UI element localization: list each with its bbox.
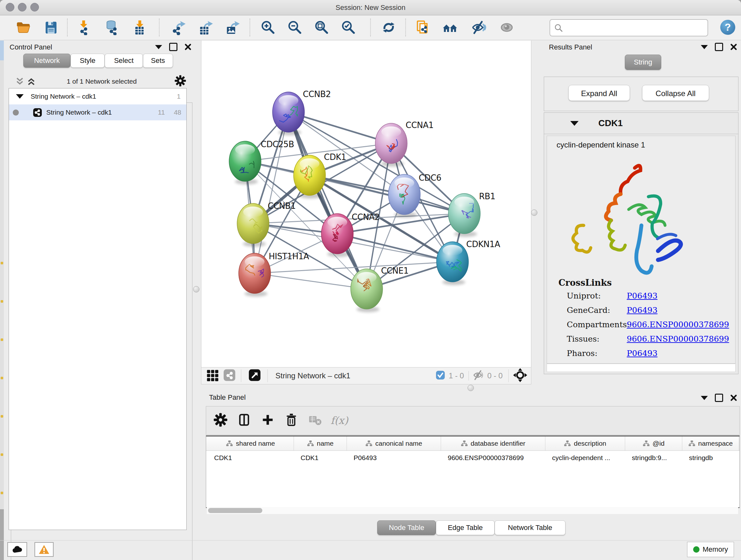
fit-selected-crosshair-icon[interactable] [513,368,527,383]
duplicate-network-icon[interactable] [415,20,430,35]
panel-menu-icon[interactable] [155,45,162,49]
zoom-fit-icon[interactable] [314,20,329,35]
crosslink-link[interactable]: 9606.ENSP00000378699 [627,320,729,329]
memory-button[interactable]: Memory [687,542,734,557]
network-node[interactable]: RB1 [448,192,495,237]
tab-node-table[interactable]: Node Table [377,520,436,535]
table-cell[interactable]: stringdb [682,451,738,464]
open-file-icon[interactable] [16,20,31,35]
string-app-icon[interactable] [223,369,236,383]
hide-eye-icon[interactable] [471,20,486,35]
home-icon[interactable] [442,20,458,35]
column-header-namespace[interactable]: namespace [682,436,739,450]
cloud-button[interactable] [7,542,27,557]
gear-icon[interactable] [174,75,186,88]
search-input[interactable] [565,21,704,34]
refresh-icon[interactable] [381,20,396,35]
network-node[interactable]: CCNA1 [375,120,434,167]
table-cell[interactable]: stringdb:9... [625,451,681,464]
bottom-splitter-handle[interactable] [468,385,474,391]
zoom-in-icon[interactable] [260,20,276,35]
collapse-all-button[interactable]: Collapse All [642,85,709,101]
tab-network-table[interactable]: Network Table [495,520,565,535]
collapse-all-tree-icon[interactable] [15,77,24,86]
node-section-header[interactable]: CDK1 [544,113,738,134]
crosslink-link[interactable]: P06493 [627,291,657,300]
tab-string[interactable]: String [625,55,661,70]
tab-network[interactable]: Network [23,54,71,68]
export-network-icon[interactable] [171,20,186,35]
network-tree: String Network – cdk1 1 String Network –… [9,88,187,530]
tab-style[interactable]: Style [71,54,105,68]
network-canvas[interactable]: CCNB2CCNA1CDC25BCDK1CDC6RB1CCNB1CCNA2CDK… [201,41,531,367]
save-icon[interactable] [44,20,59,35]
tab-sets[interactable]: Sets [143,54,173,68]
warning-button[interactable] [35,542,54,557]
export-table-icon[interactable] [198,20,213,35]
column-header-description[interactable]: description [545,436,625,450]
tab-edge-table[interactable]: Edge Table [436,520,495,535]
column-header-name[interactable]: name [293,436,347,450]
close-panel-icon[interactable] [730,44,737,51]
expand-all-tree-icon[interactable] [26,77,36,86]
right-splitter-handle[interactable] [531,209,537,216]
network-edge[interactable] [288,112,367,289]
table-cell[interactable]: 9606.ENSP00000378699 [441,451,544,464]
network-node[interactable]: CCNE1 [351,266,408,312]
network-node[interactable]: HIST1H1A [239,252,309,297]
tab-select[interactable]: Select [105,54,143,68]
birdseye-grid-icon[interactable] [206,369,219,383]
network-collection-row[interactable]: String Network – cdk1 1 [9,88,186,105]
node-label: CDC25B [261,139,294,149]
float-panel-icon[interactable] [715,43,723,51]
table-hscrollbar[interactable] [207,507,738,514]
network-edge[interactable] [255,112,288,273]
table-cell[interactable]: P06493 [347,451,440,464]
network-node[interactable]: CDC25B [229,139,294,185]
crosslink-link[interactable]: 9606.ENSP00000378699 [627,334,729,344]
eye-icon[interactable] [499,20,515,35]
protein-structure-image [566,159,690,293]
zoom-out-icon[interactable] [287,20,302,35]
table-cell[interactable]: CDK1 [207,451,293,464]
table-cell[interactable]: cyclin-dependent ... [545,451,624,464]
selected-checkbox-icon[interactable] [436,371,445,381]
panel-menu-icon[interactable] [701,45,708,49]
collapse-triangle-icon[interactable] [570,121,579,126]
float-panel-icon[interactable] [715,394,723,402]
open-external-icon[interactable] [248,369,261,383]
panel-menu-icon[interactable] [701,396,708,400]
results-scrollbar[interactable] [547,364,736,372]
help-icon[interactable]: ? [720,20,735,35]
column-header-databaseidentifier[interactable]: database identifier [441,436,545,450]
close-panel-icon[interactable] [730,394,737,401]
node-label: CCNB1 [268,201,296,211]
crosslink-link[interactable]: P06493 [627,349,657,358]
close-panel-icon[interactable] [185,44,192,51]
crosslink-label: Uniprot: [567,291,601,300]
network-node[interactable]: CCNB2 [273,89,331,135]
import-network-icon[interactable] [76,20,91,35]
column-header-sharedname[interactable]: shared name [207,436,294,450]
left-splitter-handle[interactable] [193,286,199,293]
import-database-icon[interactable] [104,20,119,35]
zoom-selected-icon[interactable] [341,20,356,35]
cloud-icon [12,546,23,553]
table-settings-gear-icon[interactable] [213,413,228,428]
expand-all-button[interactable]: Expand All [568,85,630,101]
delete-column-icon[interactable] [284,413,299,428]
import-table-icon[interactable] [132,20,147,35]
network-node[interactable]: CDKN1A [436,240,500,285]
export-image-icon[interactable] [225,20,240,35]
table-cell[interactable]: CDK1 [293,451,346,464]
column-header-canonicalname[interactable]: canonical name [347,436,441,450]
network-edge[interactable] [255,273,367,289]
column-header-id[interactable]: @id [625,436,682,450]
float-panel-icon[interactable] [169,43,178,51]
collapse-triangle-icon[interactable] [16,94,23,99]
crosslink-link[interactable]: P06493 [627,306,657,315]
show-columns-icon[interactable] [237,413,252,428]
network-node[interactable]: CCNB1 [237,201,296,247]
network-row-selected[interactable]: String Network – cdk1 11 48 [9,105,186,120]
add-column-icon[interactable] [260,413,275,428]
